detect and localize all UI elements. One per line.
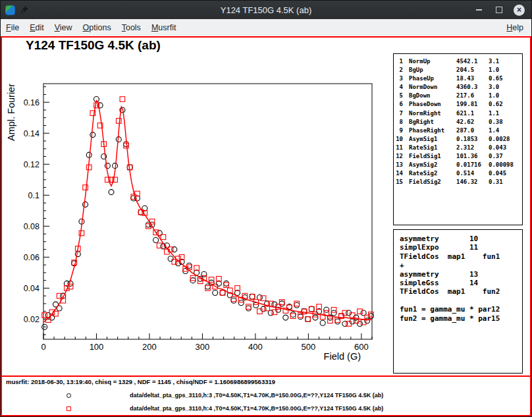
pad-divider [1, 375, 531, 377]
param-row: 5BgDown217.61.0 [394, 92, 522, 101]
pin-icon[interactable] [20, 5, 29, 14]
app-icon [5, 5, 15, 15]
parameter-panel: 1NormUp4542.13.12BgUp204.51.03PhaseUp18.… [393, 53, 523, 225]
svg-text:Ampl. Fourier: Ampl. Fourier [6, 84, 16, 141]
close-button[interactable]: × [514, 5, 525, 16]
menu-item-file[interactable]: File [1, 20, 24, 35]
svg-text:0.08: 0.08 [24, 222, 40, 231]
root-canvas[interactable]: Y124 TF150G 4.5K (ab) 010020030040050060… [1, 36, 531, 416]
param-row: 9PhaseRight287.01.4 [394, 127, 522, 136]
plot-legend: data/deltat_pta_gps_3110,h:3 ,T0=4.50K,T… [66, 389, 383, 415]
svg-text:400: 400 [248, 342, 263, 352]
svg-text:0.02: 0.02 [24, 315, 40, 324]
param-row: 13AsymSig20.017160.00098 [394, 161, 522, 170]
menu-item-help[interactable]: Help [501, 20, 531, 35]
theory-panel: asymmetry 10 simplExpo 11 TFieldCos map1… [393, 229, 523, 374]
svg-text:0.12: 0.12 [24, 160, 40, 169]
param-row: 12FieldSig1101.360.37 [394, 153, 522, 161]
svg-text:0.16: 0.16 [24, 98, 40, 107]
menubar: FileEditViewOptionsToolsMusrfit Help [1, 19, 531, 36]
param-row: 7NormRight621.11.1 [394, 110, 522, 119]
param-row: 3PhaseUp18.430.65 [394, 75, 522, 84]
titlebar[interactable]: Y124 TF150G 4.5K (ab) × [1, 1, 531, 19]
svg-text:300: 300 [196, 342, 210, 352]
menu-item-edit[interactable]: Edit [24, 20, 49, 35]
svg-text:0: 0 [41, 342, 45, 352]
svg-text:0.14: 0.14 [24, 129, 40, 138]
svg-text:600: 600 [354, 342, 369, 352]
param-row: 1NormUp4542.13.1 [394, 58, 522, 67]
menu-item-view[interactable]: View [49, 20, 78, 35]
app-window: Y124 TF150G 4.5K (ab) × FileEditViewOpti… [0, 0, 532, 417]
param-row: 2BgUp204.51.0 [394, 67, 522, 75]
window-controls: × [473, 4, 531, 16]
legend-item: data/deltat_pta_gps_3110,h:4 ,T0=4.50K,T… [66, 402, 383, 415]
minimize-button[interactable] [473, 4, 485, 16]
svg-text:200: 200 [142, 342, 157, 352]
svg-text:Field (G): Field (G) [324, 351, 361, 362]
menu-right: Help [501, 23, 531, 32]
maximize-button[interactable] [493, 4, 505, 16]
param-row: 8BgRight42.620.38 [394, 119, 522, 127]
svg-text:100: 100 [90, 342, 104, 352]
open-circle-marker-icon [66, 393, 71, 398]
svg-text:500: 500 [302, 342, 316, 352]
menu-item-musrfit[interactable]: Musrfit [146, 20, 182, 35]
param-row: 14RateSig20.5140.045 [394, 170, 522, 179]
legend-item: data/deltat_pta_gps_3110,h:3 ,T0=4.50K,T… [66, 389, 383, 402]
menu-item-tools[interactable]: Tools [117, 20, 146, 35]
svg-text:0.1: 0.1 [28, 191, 40, 200]
theory-text: asymmetry 10 simplExpo 11 TFieldCos map1… [400, 235, 522, 323]
menu-item-options[interactable]: Options [78, 20, 117, 35]
fourier-plot[interactable]: 01002003004005006000.020.040.060.080.10.… [2, 38, 397, 377]
titlebar-icons [1, 5, 29, 15]
param-row: 6PhaseDown199.810.62 [394, 101, 522, 109]
open-square-marker-icon [66, 406, 71, 411]
parameter-rows: 1NormUp4542.13.12BgUp204.51.03PhaseUp18.… [394, 58, 522, 187]
window-title: Y124 TF150G 4.5K (ab) [1, 5, 531, 15]
param-row: 4NormDown4360.33.0 [394, 84, 522, 92]
param-row: 15FieldSig2146.320.31 [394, 179, 522, 187]
svg-text:0.04: 0.04 [24, 284, 40, 293]
menu-left: FileEditViewOptionsToolsMusrfit [1, 23, 181, 32]
param-row: 10AsymSig10.18530.0028 [394, 136, 522, 144]
fit-stats: musrfit: 2018-06-30, 13:19:40, chisq = 1… [6, 378, 275, 385]
svg-text:0.06: 0.06 [24, 253, 40, 262]
param-row: 11RateSig12.3120.043 [394, 144, 522, 153]
